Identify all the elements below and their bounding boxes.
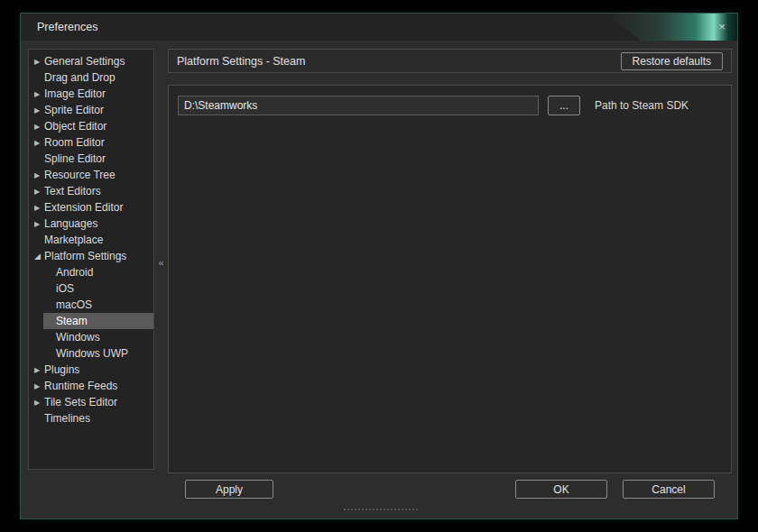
tree-item-label: Platform Settings <box>44 250 126 262</box>
cancel-button[interactable]: Cancel <box>623 480 715 499</box>
apply-button[interactable]: Apply <box>185 480 273 499</box>
tree-item-label: Text Editors <box>44 185 101 197</box>
tree-item-platform-settings[interactable]: ◢Platform Settings <box>29 248 153 264</box>
resize-handle[interactable] <box>344 509 418 513</box>
tree-item-label: Windows <box>56 331 100 344</box>
tree-item-label: Steam <box>56 315 88 327</box>
steam-sdk-path-input[interactable] <box>178 96 539 115</box>
collapsed-arrow-icon[interactable]: ▶ <box>34 184 44 200</box>
tree-item-label: Image Editor <box>44 87 106 100</box>
tree-item-ios[interactable]: iOS <box>43 280 153 297</box>
tree-item-label: Object Editor <box>44 120 106 133</box>
tree-item-room-editor[interactable]: ▶Room Editor <box>29 134 153 151</box>
tree-item-steam[interactable]: Steam <box>43 313 153 329</box>
tree-item-label: Room Editor <box>44 136 105 149</box>
tree-item-general-settings[interactable]: ▶General Settings <box>29 53 153 69</box>
tree-item-windows-uwp[interactable]: Windows UWP <box>43 345 153 362</box>
tree-item-languages[interactable]: ▶Languages <box>29 216 153 232</box>
tree-item-label: Runtime Feeds <box>44 380 117 392</box>
page-title: Platform Settings - Steam <box>177 55 305 68</box>
tree-item-label: General Settings <box>44 55 125 68</box>
tree-item-label: Timelines <box>44 412 90 425</box>
preferences-window: Preferences × ▶General SettingsDrag and … <box>20 13 738 519</box>
tree-item-sprite-editor[interactable]: ▶Sprite Editor <box>29 102 153 118</box>
section-header-bar: Platform Settings - Steam Restore defaul… <box>168 49 732 73</box>
collapse-sidebar-handle[interactable]: « <box>156 252 166 273</box>
collapsed-arrow-icon[interactable]: ▶ <box>34 168 44 184</box>
tree-item-android[interactable]: Android <box>43 264 153 280</box>
browse-button[interactable]: ... <box>548 96 580 115</box>
tree-item-label: Tile Sets Editor <box>44 396 117 408</box>
collapsed-arrow-icon[interactable]: ▶ <box>34 395 44 411</box>
collapsed-arrow-icon[interactable]: ▶ <box>34 362 44 379</box>
tree-item-timelines[interactable]: Timelines <box>29 410 153 427</box>
collapsed-arrow-icon[interactable]: ▶ <box>34 54 44 70</box>
tree-item-spline-editor[interactable]: Spline Editor <box>29 151 153 167</box>
tree-item-label: Spline Editor <box>44 152 106 165</box>
tree-item-label: macOS <box>56 298 92 311</box>
tree-item-macos[interactable]: macOS <box>43 297 153 313</box>
expanded-arrow-icon[interactable]: ◢ <box>34 248 44 264</box>
tree-item-label: Android <box>56 266 93 279</box>
tree-item-label: iOS <box>56 282 74 295</box>
title-bar[interactable]: Preferences <box>21 14 737 41</box>
tree-item-label: Drag and Drop <box>44 71 116 84</box>
collapsed-arrow-icon[interactable]: ▶ <box>34 379 44 395</box>
close-icon[interactable]: × <box>715 20 729 34</box>
tree-item-label: Sprite Editor <box>44 104 104 116</box>
tree-item-label: Marketplace <box>44 234 103 246</box>
preferences-tree: ▶General SettingsDrag and Drop▶Image Edi… <box>28 49 154 470</box>
tree-item-resource-tree[interactable]: ▶Resource Tree <box>29 167 153 183</box>
tree-item-label: Plugins <box>44 363 79 376</box>
collapsed-arrow-icon[interactable]: ▶ <box>34 200 44 216</box>
collapsed-arrow-icon[interactable]: ▶ <box>34 103 44 119</box>
tree-item-label: Extension Editor <box>44 201 123 214</box>
tree-item-object-editor[interactable]: ▶Object Editor <box>29 118 153 134</box>
collapsed-arrow-icon[interactable]: ▶ <box>34 135 44 151</box>
tree-item-label: Languages <box>44 217 97 230</box>
collapsed-arrow-icon[interactable]: ▶ <box>34 87 44 103</box>
tree-item-image-editor[interactable]: ▶Image Editor <box>29 86 153 102</box>
tree-item-label: Windows UWP <box>56 347 128 360</box>
tree-item-plugins[interactable]: ▶Plugins <box>29 362 153 378</box>
settings-content-panel: ... Path to Steam SDK <box>168 85 732 473</box>
restore-defaults-button[interactable]: Restore defaults <box>621 52 723 70</box>
steam-sdk-path-label: Path to Steam SDK <box>595 96 689 115</box>
tree-item-label: Resource Tree <box>44 169 116 181</box>
tree-item-drag-and-drop[interactable]: Drag and Drop <box>29 69 153 86</box>
tree-item-runtime-feeds[interactable]: ▶Runtime Feeds <box>29 378 153 394</box>
tree-item-marketplace[interactable]: Marketplace <box>29 232 153 248</box>
tree-item-text-editors[interactable]: ▶Text Editors <box>29 183 153 199</box>
tree-item-windows[interactable]: Windows <box>43 329 153 345</box>
window-title: Preferences <box>37 14 97 41</box>
desktop-background: { "window": { "title": "Preferences", "c… <box>0 0 758 532</box>
ok-button[interactable]: OK <box>515 480 607 499</box>
collapsed-arrow-icon[interactable]: ▶ <box>34 119 44 135</box>
tree-item-tile-sets-editor[interactable]: ▶Tile Sets Editor <box>29 394 153 410</box>
tree-item-extension-editor[interactable]: ▶Extension Editor <box>29 199 153 216</box>
collapsed-arrow-icon[interactable]: ▶ <box>34 216 44 233</box>
